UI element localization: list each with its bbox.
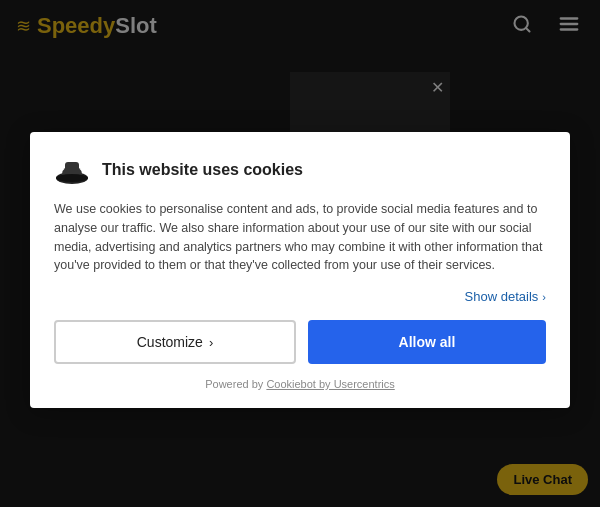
chevron-right-icon-customize: › <box>209 335 213 350</box>
cookie-modal: This website uses cookies We use cookies… <box>30 132 570 408</box>
svg-point-8 <box>56 174 88 182</box>
customize-button[interactable]: Customize › <box>54 320 296 364</box>
show-details-row: Show details › <box>54 289 546 304</box>
cookie-modal-header: This website uses cookies <box>54 152 546 188</box>
chevron-right-icon: › <box>542 291 546 303</box>
cookiebot-link[interactable]: Cookiebot by Usercentrics <box>266 378 394 390</box>
cookie-footer: Powered by Cookiebot by Usercentrics <box>54 378 546 390</box>
cookie-modal-title: This website uses cookies <box>102 161 303 179</box>
allow-all-button[interactable]: Allow all <box>308 320 546 364</box>
svg-rect-7 <box>65 162 79 176</box>
cookiebot-logo-icon <box>54 152 90 188</box>
show-details-link[interactable]: Show details › <box>465 289 546 304</box>
cookie-buttons: Customize › Allow all <box>54 320 546 364</box>
cookie-modal-body: We use cookies to personalise content an… <box>54 200 546 275</box>
